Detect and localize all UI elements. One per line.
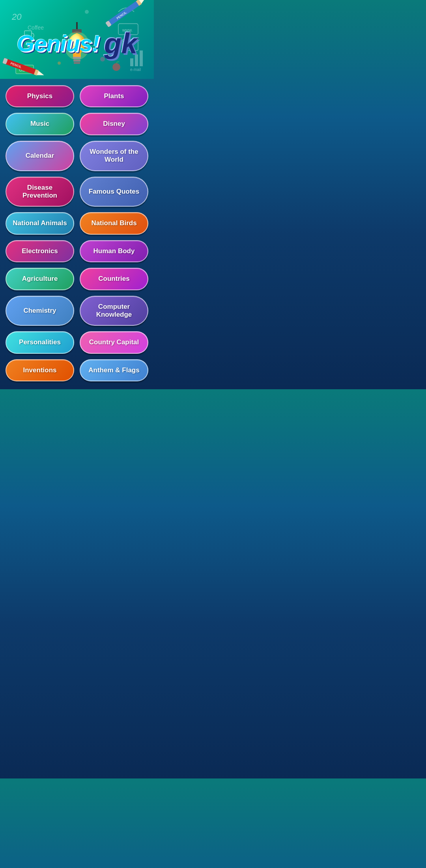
- svg-point-13: [85, 10, 89, 14]
- computer-knowledge-button[interactable]: Computer Knowledge: [80, 296, 148, 326]
- header-content: Genius! gk: [0, 17, 154, 62]
- genius-title: Genius!: [17, 32, 99, 55]
- chemistry-button[interactable]: Chemistry: [6, 296, 74, 326]
- electronics-button[interactable]: Electronics: [6, 240, 74, 262]
- countries-button[interactable]: Countries: [80, 268, 148, 290]
- disney-button[interactable]: Disney: [80, 113, 148, 135]
- svg-text:e-mail: e-mail: [130, 67, 141, 72]
- wonders-button[interactable]: Wonders of the World: [80, 141, 148, 171]
- svg-rect-21: [74, 62, 80, 64]
- national-birds-button[interactable]: National Birds: [80, 212, 148, 234]
- inventions-button[interactable]: Inventions: [6, 359, 74, 381]
- disease-prevention-button[interactable]: Disease Prevention: [6, 177, 74, 207]
- svg-point-12: [112, 63, 120, 71]
- svg-point-14: [58, 62, 61, 65]
- header-banner: 20 Coffee www. e-mail GEO: [0, 0, 154, 79]
- gk-title: gk: [104, 29, 137, 58]
- personalities-button[interactable]: Personalities: [6, 331, 74, 353]
- plants-button[interactable]: Plants: [80, 85, 148, 107]
- calendar-button[interactable]: Calendar: [6, 141, 74, 171]
- famous-quotes-button[interactable]: Famous Quotes: [80, 177, 148, 207]
- anthem-flags-button[interactable]: Anthem & Flags: [80, 359, 148, 381]
- music-button[interactable]: Music: [6, 113, 74, 135]
- quiz-categories-grid: Physics Plants Music Disney Calendar Won…: [0, 79, 154, 389]
- national-animals-button[interactable]: National Animals: [6, 212, 74, 234]
- country-capital-button[interactable]: Country Capital: [80, 331, 148, 353]
- human-body-button[interactable]: Human Body: [80, 240, 148, 262]
- agriculture-button[interactable]: Agriculture: [6, 268, 74, 290]
- physics-button[interactable]: Physics: [6, 85, 74, 107]
